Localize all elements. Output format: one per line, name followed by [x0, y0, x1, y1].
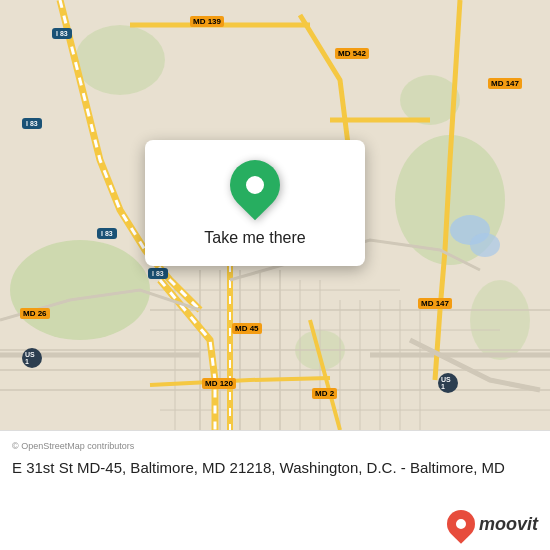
highway-md147-shield-2: MD 147: [418, 298, 452, 309]
svg-point-8: [470, 233, 500, 257]
highway-md147-shield-1: MD 147: [488, 78, 522, 89]
highway-md26-shield: MD 26: [20, 308, 50, 319]
moovit-brand-text: moovit: [479, 514, 538, 535]
map-container: I 83 I 83 I 83 I 83 MD 139 MD 542 MD 542…: [0, 0, 550, 550]
svg-point-1: [10, 240, 150, 340]
take-me-there-button[interactable]: Take me there: [196, 225, 313, 251]
highway-i83-shield-4: I 83: [148, 268, 168, 279]
svg-point-5: [470, 280, 530, 360]
bottom-info-bar: © OpenStreetMap contributors E 31st St M…: [0, 430, 550, 550]
highway-md45-shield: MD 45: [232, 323, 262, 334]
highway-md139-shield: MD 139: [190, 16, 224, 27]
map-pin-icon: [220, 150, 291, 221]
moovit-pin-icon: [441, 504, 481, 544]
location-popup: Take me there: [145, 140, 365, 266]
highway-i83-shield-2: I 83: [22, 118, 42, 129]
highway-md120-shield: MD 120: [202, 378, 236, 389]
moovit-logo: moovit: [447, 510, 538, 538]
highway-us1-shield-2: US 1: [438, 373, 458, 393]
highway-i83-shield-3: I 83: [97, 228, 117, 239]
highway-md542-shield-1: MD 542: [335, 48, 369, 59]
highway-i83-shield-1: I 83: [52, 28, 72, 39]
highway-us1-shield-1: US 1: [22, 348, 42, 368]
highway-md2-shield: MD 2: [312, 388, 337, 399]
map-attribution: © OpenStreetMap contributors: [12, 441, 538, 451]
svg-point-4: [75, 25, 165, 95]
